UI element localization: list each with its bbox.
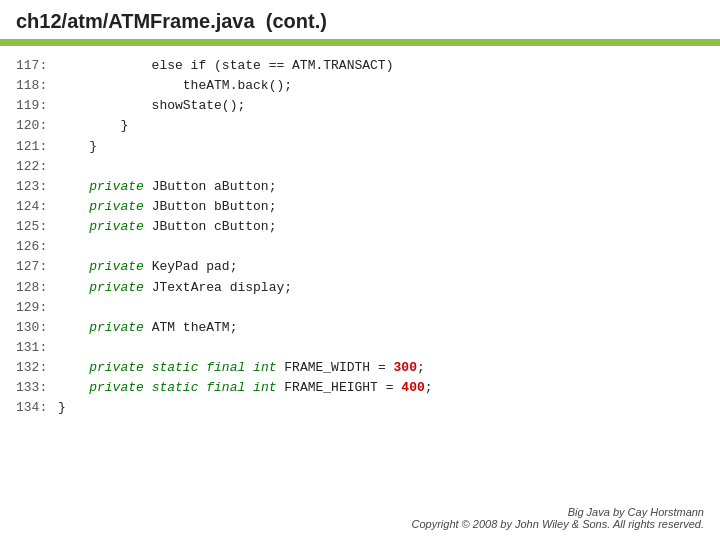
table-row: 122: [16,157,704,177]
table-row: 132: private static final int FRAME_WIDT… [16,358,704,378]
footer-line1: Big Java by Cay Horstmann [411,506,704,518]
table-row: 124: private JButton bButton; [16,197,704,217]
table-row: 130: private ATM theATM; [16,318,704,338]
table-row: 121: } [16,137,704,157]
line-code: private JButton cButton; [58,217,276,237]
table-row: 129: [16,298,704,318]
header: ch12/atm/ATMFrame.java (cont.) [0,0,720,46]
line-code: showState(); [58,96,245,116]
line-number: 133: [16,378,58,398]
line-number: 125: [16,217,58,237]
table-row: 126: [16,237,704,257]
line-code: } [58,398,66,418]
line-code: private JButton aButton; [58,177,276,197]
line-code: else if (state == ATM.TRANSACT) [58,56,393,76]
line-number: 119: [16,96,58,116]
line-number: 130: [16,318,58,338]
table-row: 118: theATM.back(); [16,76,704,96]
line-number: 134: [16,398,58,418]
line-number: 121: [16,137,58,157]
line-number: 123: [16,177,58,197]
line-code: private static final int FRAME_WIDTH = 3… [58,358,425,378]
line-number: 128: [16,278,58,298]
table-row: 133: private static final int FRAME_HEIG… [16,378,704,398]
line-number: 126: [16,237,58,257]
table-row: 127: private KeyPad pad; [16,257,704,277]
line-number: 122: [16,157,58,177]
code-content: 117: else if (state == ATM.TRANSACT)118:… [0,46,720,429]
line-number: 124: [16,197,58,217]
line-code: private JTextArea display; [58,278,292,298]
line-code: private static final int FRAME_HEIGHT = … [58,378,433,398]
line-number: 117: [16,56,58,76]
table-row: 131: [16,338,704,358]
line-number: 127: [16,257,58,277]
line-number: 118: [16,76,58,96]
line-code: private JButton bButton; [58,197,276,217]
table-row: 128: private JTextArea display; [16,278,704,298]
line-code: } [58,137,97,157]
footer: Big Java by Cay Horstmann Copyright © 20… [411,506,704,530]
line-number: 131: [16,338,58,358]
line-code: private ATM theATM; [58,318,237,338]
line-number: 129: [16,298,58,318]
line-code: } [58,116,128,136]
line-number: 132: [16,358,58,378]
table-row: 125: private JButton cButton; [16,217,704,237]
line-code: theATM.back(); [58,76,292,96]
table-row: 117: else if (state == ATM.TRANSACT) [16,56,704,76]
page-title: ch12/atm/ATMFrame.java (cont.) [16,10,327,32]
table-row: 123: private JButton aButton; [16,177,704,197]
table-row: 134:} [16,398,704,418]
line-number: 120: [16,116,58,136]
footer-line2: Copyright © 2008 by John Wiley & Sons. A… [411,518,704,530]
table-row: 119: showState(); [16,96,704,116]
line-code: private KeyPad pad; [58,257,237,277]
table-row: 120: } [16,116,704,136]
